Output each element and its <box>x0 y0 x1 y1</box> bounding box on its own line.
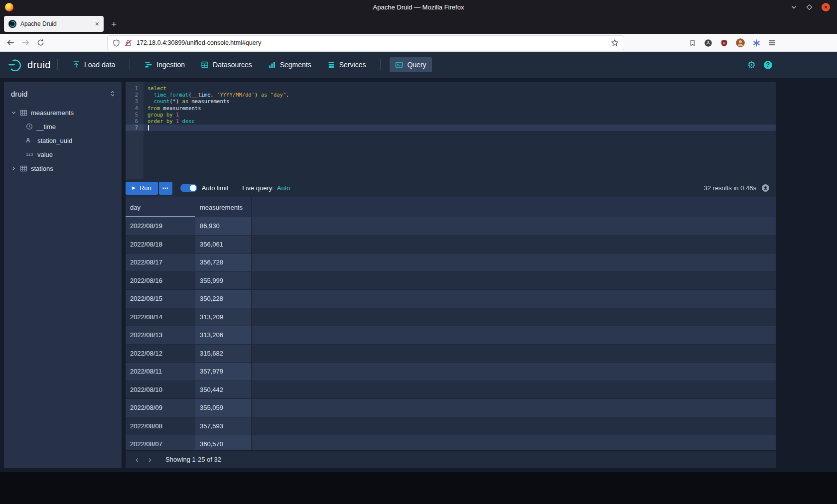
tree-item---time[interactable]: __time <box>11 120 122 133</box>
window-maximize-icon[interactable] <box>806 4 813 10</box>
table-row[interactable]: 2022/08/18356,061 <box>126 236 776 254</box>
nav-services[interactable]: Services <box>322 57 372 72</box>
cell-measurements[interactable]: 360,570 <box>195 435 252 450</box>
editor-line-5[interactable]: 5group by 1 <box>126 111 776 118</box>
editor-line-1[interactable]: 1select <box>126 85 776 91</box>
window-minimize-icon[interactable] <box>791 4 797 10</box>
table-row[interactable]: 2022/08/17356,728 <box>126 253 776 272</box>
sql-editor[interactable]: 1select2 time_format(__time, 'YYYY/MM/dd… <box>126 82 776 179</box>
editor-line-3[interactable]: 3 count(*) as measurements <box>126 98 776 105</box>
nav-query[interactable]: Query <box>390 57 431 72</box>
nav-segments[interactable]: Segments <box>263 57 317 72</box>
ublock-extension-icon[interactable]: u <box>720 39 728 47</box>
cell-day[interactable]: 2022/08/12 <box>126 345 195 363</box>
account-icon[interactable] <box>704 39 712 47</box>
help-icon[interactable]: ? <box>764 61 772 69</box>
back-button[interactable] <box>3 35 18 50</box>
cell-day[interactable]: 2022/08/10 <box>126 381 195 399</box>
table-row[interactable]: 2022/08/09355,059 <box>126 399 776 417</box>
new-tab-button[interactable]: + <box>111 19 117 29</box>
tab-close-icon[interactable]: × <box>95 20 99 27</box>
run-button[interactable]: ▶ Run <box>126 182 158 195</box>
browser-tab[interactable]: Apache Druid × <box>4 16 104 32</box>
next-page-button[interactable]: › <box>143 456 156 464</box>
cell-measurements[interactable]: 86,930 <box>195 217 252 235</box>
line-number: 2 <box>126 92 143 98</box>
table-row[interactable]: 2022/08/11357,979 <box>126 363 776 381</box>
cell-day[interactable]: 2022/08/18 <box>126 236 195 253</box>
reload-button[interactable] <box>33 35 48 50</box>
cell-day[interactable]: 2022/08/15 <box>126 290 195 308</box>
chevron-down-icon[interactable] <box>11 110 16 116</box>
forward-button[interactable] <box>18 35 33 50</box>
menu-hamburger-icon[interactable] <box>768 39 776 47</box>
window-close-button[interactable]: × <box>822 3 830 11</box>
cell-measurements[interactable]: 355,999 <box>195 272 252 290</box>
tree-item-station-uuid[interactable]: Astation_uuid <box>11 133 122 147</box>
column-header-measurements[interactable]: measurements <box>195 197 252 217</box>
load-data-icon <box>72 61 80 69</box>
app-header: druid Load dataIngestionDatasourcesSegme… <box>0 52 837 78</box>
tree-item-measurements[interactable]: measurements <box>11 106 122 120</box>
extension-asterisk-icon[interactable] <box>753 39 760 47</box>
cell-day[interactable]: 2022/08/17 <box>126 253 195 271</box>
cell-measurements[interactable]: 357,593 <box>195 417 252 435</box>
table-row[interactable]: 2022/08/15350,228 <box>126 290 776 308</box>
table-row[interactable]: 2022/08/08357,593 <box>126 417 776 436</box>
editor-line-4[interactable]: 4from measurements <box>126 105 776 111</box>
prev-page-button[interactable]: ‹ <box>131 456 143 464</box>
cell-day[interactable]: 2022/08/16 <box>126 272 195 290</box>
cell-measurements[interactable]: 355,059 <box>195 399 252 417</box>
cell-measurements[interactable]: 357,979 <box>195 363 252 380</box>
bookmark-flag-icon[interactable] <box>689 39 696 47</box>
download-results-icon[interactable] <box>761 184 770 192</box>
cell-day[interactable]: 2022/08/19 <box>126 217 195 235</box>
cell-measurements[interactable]: 313,206 <box>195 326 252 344</box>
table-row[interactable]: 2022/08/14313,209 <box>126 308 776 327</box>
line-number: 4 <box>126 105 143 111</box>
settings-gear-icon[interactable]: ⚙ <box>747 60 756 70</box>
nav-ingestion[interactable]: Ingestion <box>139 57 190 72</box>
tree-item-value[interactable]: 123value <box>11 147 122 161</box>
cell-day[interactable]: 2022/08/13 <box>126 326 195 344</box>
cell-measurements[interactable]: 315,682 <box>195 345 252 363</box>
cell-day[interactable]: 2022/08/14 <box>126 308 195 326</box>
double-caret-icon[interactable] <box>110 91 116 97</box>
url-bar[interactable]: 172.18.0.4:30899/unified-console.html#qu… <box>108 36 624 50</box>
editor-line-7[interactable]: 7 <box>126 125 776 131</box>
table-row[interactable]: 2022/08/10350,442 <box>126 381 776 399</box>
cell-day[interactable]: 2022/08/07 <box>126 435 195 450</box>
live-query-label: Live query: <box>242 184 274 192</box>
cell-day[interactable]: 2022/08/11 <box>126 363 195 380</box>
live-query-value[interactable]: Auto <box>277 184 290 192</box>
profile-avatar[interactable] <box>736 38 745 47</box>
column-header-day[interactable]: day <box>126 197 195 217</box>
cell-day[interactable]: 2022/08/08 <box>126 417 195 435</box>
cell-measurements[interactable]: 350,228 <box>195 290 252 308</box>
table-row[interactable]: 2022/08/16355,999 <box>126 272 776 290</box>
run-more-button[interactable]: ••• <box>159 182 172 195</box>
auto-limit-toggle[interactable] <box>180 184 197 192</box>
bookmark-star-icon[interactable] <box>611 39 619 47</box>
editor-line-6[interactable]: 6order by 1 desc <box>126 118 776 124</box>
insecure-lock-icon[interactable] <box>125 39 132 47</box>
chevron-right-icon[interactable] <box>11 166 16 171</box>
cell-measurements[interactable]: 356,728 <box>195 253 252 271</box>
browser-toolbar: 172.18.0.4:30899/unified-console.html#qu… <box>0 34 837 52</box>
tracking-protection-shield-icon[interactable] <box>113 39 120 47</box>
nav-datasources[interactable]: Datasources <box>195 57 258 72</box>
table-row[interactable]: 2022/08/12315,682 <box>126 345 776 363</box>
schema-selector[interactable]: druid <box>11 88 122 100</box>
cell-measurements[interactable]: 350,442 <box>195 381 252 399</box>
tree-item-stations[interactable]: stations <box>11 161 122 175</box>
table-row[interactable]: 2022/08/1986,930 <box>126 217 776 236</box>
table-row[interactable]: 2022/08/07360,570 <box>126 435 776 450</box>
cell-measurements[interactable]: 356,061 <box>195 236 252 253</box>
druid-logo[interactable]: druid <box>8 58 51 71</box>
url-text[interactable]: 172.18.0.4:30899/unified-console.html#qu… <box>137 39 606 46</box>
nav-load-data[interactable]: Load data <box>67 57 121 72</box>
cell-day[interactable]: 2022/08/09 <box>126 399 195 417</box>
editor-line-2[interactable]: 2 time_format(__time, 'YYYY/MM/dd') as "… <box>126 91 776 98</box>
table-row[interactable]: 2022/08/13313,206 <box>126 326 776 345</box>
cell-measurements[interactable]: 313,209 <box>195 308 252 326</box>
